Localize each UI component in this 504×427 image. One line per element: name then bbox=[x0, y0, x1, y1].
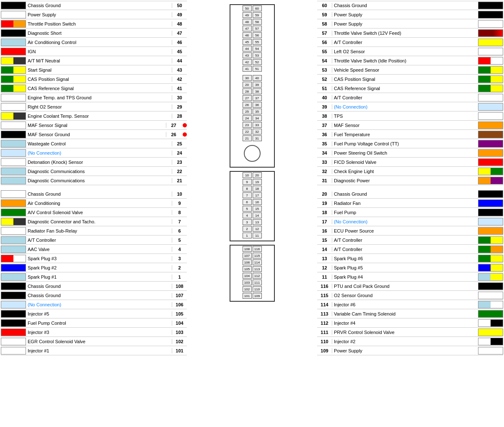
right-panel: 60Chassis Ground59Power Supply58Power Su… bbox=[316, 0, 504, 427]
wire-color-swatch bbox=[478, 301, 503, 308]
pin-number: 16 bbox=[317, 228, 332, 233]
connector-pin-cell: 55 bbox=[253, 39, 262, 45]
pin-label: Diagnostic Communications bbox=[26, 178, 172, 183]
connector-pin-cell: 24 bbox=[243, 115, 252, 121]
wire-color-swatch bbox=[1, 48, 26, 55]
connector-pin-row: 717 bbox=[232, 192, 272, 199]
wire-color-swatch bbox=[478, 347, 503, 355]
left-pin-row: Air Conditioning9 bbox=[1, 199, 187, 208]
pin-label: CAS Position Signal bbox=[332, 77, 478, 82]
left-pin-row: AAC Valve4 bbox=[1, 245, 187, 254]
left-pin-row: MAF Sensor Signal27 bbox=[1, 121, 187, 130]
pin-label: Injector #1 bbox=[26, 348, 172, 353]
pin-label: IGN bbox=[26, 49, 172, 54]
pin-number: 114 bbox=[317, 302, 332, 307]
right-pin-row: 60Chassis Ground bbox=[317, 1, 503, 10]
wire-color-swatch bbox=[1, 168, 26, 175]
connector-pin-row: 4757 bbox=[232, 25, 272, 32]
pin-label: MAF Sensor Ground bbox=[26, 132, 166, 137]
pin-number: 33 bbox=[317, 160, 332, 165]
connector-pin-row: 101109 bbox=[232, 292, 272, 299]
connector-pin-cell: 13 bbox=[253, 219, 262, 225]
right-pin-row: 112Injector #4 bbox=[317, 318, 503, 328]
connector-pin-cell: 49 bbox=[243, 12, 252, 18]
connector-pin-cell: 48 bbox=[243, 19, 252, 25]
pin-number: 9 bbox=[172, 201, 187, 206]
left-pin-row: Diagnostic Connector and Tacho.7 bbox=[1, 217, 187, 226]
wire-color-swatch bbox=[478, 48, 503, 55]
left-pin-row: Power Supply49 bbox=[1, 10, 187, 19]
connector-pin-cell: 115 bbox=[253, 253, 262, 259]
pin-label: Fuel Pump Control bbox=[26, 321, 172, 326]
left-pin-row: (No Connection)24 bbox=[1, 148, 187, 158]
connector-pin-row: 4858 bbox=[232, 18, 272, 25]
wire-color-swatch bbox=[478, 273, 503, 281]
pin-number: 109 bbox=[317, 348, 332, 353]
connector-pin-cell: 113 bbox=[253, 266, 262, 272]
pin-number: 37 bbox=[317, 123, 332, 128]
wire-color-swatch bbox=[1, 158, 26, 166]
pin-label: Radiator Fan bbox=[332, 201, 478, 206]
pin-label: Spark Plug #2 bbox=[26, 265, 172, 270]
pin-label: Air Conditioning bbox=[26, 201, 172, 206]
pin-number: 54 bbox=[317, 58, 332, 63]
pin-label: Engine Temp. and TPS Ground bbox=[26, 95, 172, 100]
connector-pin-cell: 30 bbox=[243, 75, 252, 81]
right-pin-row: 18Fuel Pump bbox=[317, 208, 503, 217]
pin-number: 34 bbox=[317, 150, 332, 155]
pin-number: 32 bbox=[317, 169, 332, 174]
connector-pin-cell: 101 bbox=[243, 293, 252, 299]
connector-pin-cell: 33 bbox=[253, 122, 262, 128]
right-pin-row: 56A/T Controller bbox=[317, 38, 503, 47]
wire-color-swatch bbox=[478, 39, 503, 46]
connector-pin-cell: 41 bbox=[243, 66, 252, 72]
connector-pin-cell: 20 bbox=[253, 172, 262, 178]
pin-number: 31 bbox=[317, 178, 332, 183]
connector-pin-row: 4656 bbox=[232, 32, 272, 39]
connector-pin-cell: 104 bbox=[243, 273, 252, 279]
pin-label: Spark Plug #6 bbox=[332, 256, 478, 261]
wire-color-swatch bbox=[478, 255, 503, 262]
connector-pin-row: 616 bbox=[232, 199, 272, 205]
wire-color-swatch bbox=[478, 66, 503, 74]
connector-pin-cell: 38 bbox=[253, 88, 262, 94]
connector-pin-cell: 37 bbox=[253, 95, 262, 101]
pin-label: AIV Control Solenoid Valve bbox=[26, 210, 172, 215]
connector-pin-cell: 56 bbox=[253, 32, 262, 38]
pin-number: 113 bbox=[317, 311, 332, 316]
wire-color-swatch bbox=[1, 347, 26, 355]
pin-label: Injector #5 bbox=[26, 311, 172, 316]
pin-number: 101 bbox=[172, 348, 187, 353]
pin-number: 29 bbox=[172, 104, 187, 109]
pin-label: A/T Controller bbox=[332, 247, 478, 252]
right-pin-row: 116PTU and Coil Pack Ground bbox=[317, 282, 503, 291]
wire-color-swatch bbox=[478, 236, 503, 244]
right-pin-row: 32Check Engine Light bbox=[317, 167, 503, 176]
pin-number: 30 bbox=[172, 95, 187, 100]
wire-color-swatch bbox=[1, 282, 26, 290]
pin-label: Diagnostic Short bbox=[26, 31, 172, 36]
pin-label: Chassis Ground bbox=[26, 284, 172, 289]
pin-number: 39 bbox=[317, 104, 332, 109]
pin-label: Fuel Pump bbox=[332, 210, 478, 215]
pin-label: O2 Sensor Ground bbox=[332, 293, 478, 298]
connector-pin-cell: 60 bbox=[253, 5, 262, 11]
left-pin-row: Spark Plug #33 bbox=[1, 254, 187, 263]
left-pin-row: Diagnostic Communications21 bbox=[1, 176, 187, 185]
wire-color-swatch bbox=[1, 329, 26, 336]
right-pin-row: 58Power Supply bbox=[317, 19, 503, 28]
connector-pin-cell: 106 bbox=[243, 259, 252, 265]
connector-pin-cell: 107 bbox=[243, 253, 252, 259]
pin-number: 52 bbox=[317, 77, 332, 82]
connector-pin-cell: 42 bbox=[243, 59, 252, 65]
pin-number: 2 bbox=[172, 265, 187, 270]
pin-number: 48 bbox=[172, 21, 187, 26]
pin-number: 5 bbox=[172, 238, 187, 243]
pin-label: Injector #6 bbox=[332, 302, 478, 307]
connector-pin-cell: 28 bbox=[243, 88, 252, 94]
connector-pin-cell: 8 bbox=[243, 186, 252, 192]
right-pin-row: 38TPS bbox=[317, 111, 503, 121]
right-pin-row: 54Throttle Valve Switch (Idle Position) bbox=[317, 56, 503, 65]
left-pin-row: Chassis Ground108 bbox=[1, 282, 187, 291]
connector-pin-cell: 36 bbox=[253, 102, 262, 108]
